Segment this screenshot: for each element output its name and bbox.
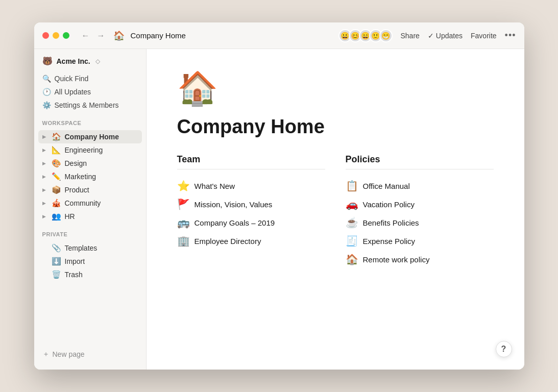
gear-icon: ⚙️ (42, 101, 51, 109)
community-icon: 🎪 (52, 199, 62, 208)
minimize-button[interactable] (53, 32, 59, 39)
link-benefits-policies[interactable]: ☕ Benefits Policies (346, 213, 494, 232)
product-label: Product (65, 186, 89, 194)
policies-column-divider (346, 169, 494, 169)
expand-arrow-icon: ▶ (42, 148, 48, 153)
team-column: Team ⭐ What's New 🚩 Mission, Vision, Val… (177, 154, 325, 268)
trash-label: Trash (65, 271, 83, 279)
office-manual-label: Office Manual (363, 182, 410, 190)
link-vacation-policy[interactable]: 🚗 Vacation Policy (346, 195, 494, 213)
company-goals-label: Company Goals – 2019 (195, 218, 275, 227)
employee-directory-label: Employee Directory (195, 237, 261, 246)
help-button[interactable]: ? (496, 341, 512, 357)
car-icon: 🚗 (346, 198, 358, 210)
whats-new-label: What's New (195, 182, 235, 190)
mission-vision-label: Mission, Vision, Values (195, 200, 273, 209)
templates-icon: 📎 (52, 243, 62, 253)
settings-label: Settings & Members (55, 101, 119, 109)
titlebar-page-icon: 🏠 (113, 30, 125, 41)
policies-column: Policies 📋 Office Manual 🚗 Vacation Poli… (346, 154, 494, 268)
workspace-chevron: ◇ (95, 58, 100, 65)
private-section-label: PRIVATE (34, 225, 146, 239)
all-updates-label: All Updates (55, 88, 91, 96)
receipt-icon: 🧾 (346, 235, 358, 247)
app-window: ← → 🏠 Company Home 😀 😊 😄 🙂 😁 Share ✓ Upd… (34, 22, 524, 370)
expand-arrow-icon: ▶ (42, 161, 48, 166)
marketing-label: Marketing (65, 173, 96, 181)
page-main-title: Company Home (177, 116, 494, 138)
sidebar-item-marketing[interactable]: ▶ ✏️ Marketing (38, 170, 142, 183)
sidebar-item-hr[interactable]: ▶ 👥 HR (38, 210, 142, 223)
templates-label: Templates (65, 244, 98, 252)
updates-button[interactable]: ✓ Updates (428, 32, 463, 40)
vacation-policy-label: Vacation Policy (363, 200, 415, 209)
team-column-divider (177, 169, 325, 169)
workspace-section-label: WORKSPACE (34, 114, 146, 128)
link-expense-policy[interactable]: 🧾 Expense Policy (346, 232, 494, 250)
team-column-title: Team (177, 154, 325, 165)
avatars: 😀 😊 😄 🙂 😁 (338, 29, 393, 42)
link-whats-new[interactable]: ⭐ What's New (177, 177, 325, 195)
sidebar-footer: ＋ New page (34, 343, 146, 370)
maximize-button[interactable] (63, 32, 69, 39)
private-nav: ▶ 📎 Templates ▶ ⬇️ Import ▶ 🗑️ Trash (34, 239, 146, 283)
link-employee-directory[interactable]: 🏢 Employee Directory (177, 232, 325, 250)
sidebar-item-quick-find[interactable]: 🔍 Quick Find (38, 72, 142, 85)
forward-button[interactable]: → (95, 30, 107, 41)
sidebar-item-engineering[interactable]: ▶ 📐 Engineering (38, 143, 142, 157)
avatar: 😁 (379, 29, 393, 42)
sidebar-item-templates[interactable]: ▶ 📎 Templates (38, 241, 142, 255)
quick-find-label: Quick Find (55, 75, 89, 83)
link-remote-work-policy[interactable]: 🏠 Remote work policy (346, 250, 494, 268)
expense-policy-label: Expense Policy (363, 237, 416, 246)
columns: Team ⭐ What's New 🚩 Mission, Vision, Val… (177, 154, 494, 268)
hr-label: HR (65, 212, 75, 220)
back-button[interactable]: ← (80, 30, 92, 41)
main-layout: 🐻 Acme Inc. ◇ 🔍 Quick Find 🕐 All Updates… (34, 49, 524, 370)
close-button[interactable] (42, 32, 49, 39)
link-company-goals[interactable]: 🚌 Company Goals – 2019 (177, 213, 325, 232)
plus-icon: ＋ (42, 350, 50, 359)
company-home-icon: 🏠 (52, 132, 62, 141)
product-icon: 📦 (52, 185, 62, 194)
sidebar-item-trash[interactable]: ▶ 🗑️ Trash (38, 268, 142, 281)
sidebar: 🐻 Acme Inc. ◇ 🔍 Quick Find 🕐 All Updates… (34, 49, 147, 370)
engineering-icon: 📐 (52, 145, 62, 155)
sidebar-item-product[interactable]: ▶ 📦 Product (38, 183, 142, 197)
search-icon: 🔍 (42, 75, 51, 83)
sidebar-item-all-updates[interactable]: 🕐 All Updates (38, 85, 142, 99)
link-mission-vision[interactable]: 🚩 Mission, Vision, Values (177, 195, 325, 213)
star-icon: ⭐ (177, 180, 189, 192)
new-page-button[interactable]: ＋ New page (38, 347, 142, 361)
content-wrapper: 🏠 Company Home Team ⭐ What's New 🚩 Mis (147, 49, 524, 370)
sidebar-item-settings[interactable]: ⚙️ Settings & Members (38, 99, 142, 112)
sidebar-item-design[interactable]: ▶ 🎨 Design (38, 157, 142, 170)
traffic-lights (42, 32, 69, 39)
sidebar-item-company-home[interactable]: ▶ 🏠 Company Home (38, 130, 142, 143)
favorite-button[interactable]: Favorite (471, 32, 497, 40)
workspace-logo: 🐻 (42, 56, 53, 66)
content-area: 🏠 Company Home Team ⭐ What's New 🚩 Mis (147, 49, 524, 370)
workspace-nav: ▶ 🏠 Company Home ▶ 📐 Engineering ▶ 🎨 Des… (34, 128, 146, 225)
hr-icon: 👥 (52, 212, 62, 221)
sidebar-item-import[interactable]: ▶ ⬇️ Import (38, 255, 142, 268)
expand-arrow-icon: ▶ (42, 201, 48, 206)
link-office-manual[interactable]: 📋 Office Manual (346, 177, 494, 195)
share-button[interactable]: Share (401, 32, 420, 40)
benefits-policies-label: Benefits Policies (363, 218, 419, 227)
sidebar-item-community[interactable]: ▶ 🎪 Community (38, 197, 142, 210)
trash-icon: 🗑️ (52, 270, 62, 279)
expand-arrow-icon: ▶ (42, 134, 48, 139)
page-icon-large: 🏠 (177, 69, 494, 108)
flag-icon: 🚩 (177, 198, 189, 210)
bus-icon: 🚌 (177, 216, 189, 229)
building-icon: 🏢 (177, 235, 189, 247)
more-options-button[interactable]: ••• (505, 30, 516, 41)
clock-icon: 🕐 (42, 88, 51, 96)
workspace-name: Acme Inc. (57, 57, 90, 65)
policies-column-title: Policies (346, 154, 494, 165)
design-label: Design (65, 159, 87, 167)
expand-arrow-icon: ▶ (42, 214, 48, 219)
workspace-header[interactable]: 🐻 Acme Inc. ◇ (34, 49, 146, 70)
titlebar-page-title: Company Home (131, 31, 332, 40)
